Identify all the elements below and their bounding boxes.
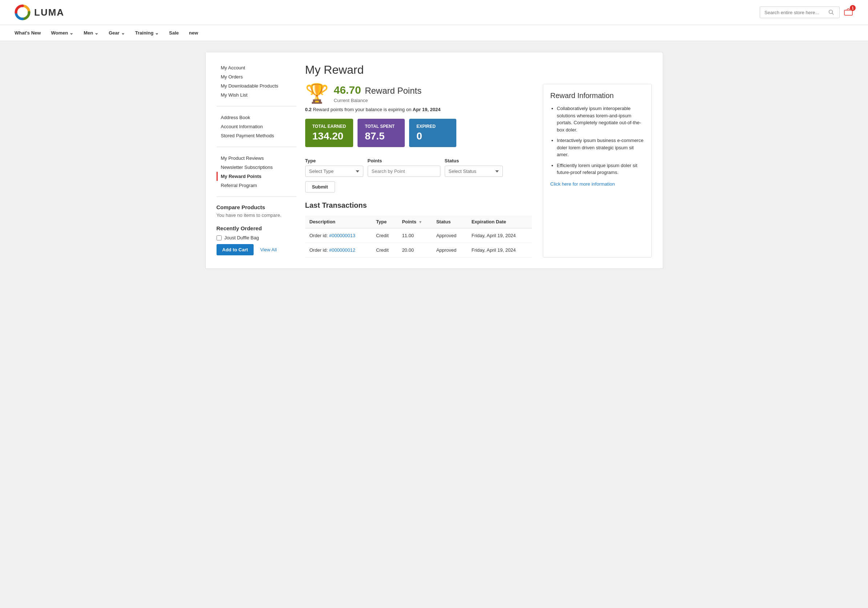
filter-submit-col: Submit xyxy=(305,181,335,192)
row2-order-link[interactable]: #000000012 xyxy=(329,248,355,253)
col-description: Description xyxy=(305,215,372,229)
filter-points-col: Points xyxy=(368,158,440,177)
nav-training[interactable]: Training ⌄ xyxy=(135,30,159,36)
main-content: My Reward 🏆 46.70 Reward Points Current … xyxy=(305,63,652,257)
balance-section: 🏆 46.70 Reward Points Current Balance xyxy=(305,84,532,103)
search-input[interactable] xyxy=(764,10,826,15)
expiry-notice: 0.2 Reward points from your balance is e… xyxy=(305,107,532,112)
view-all-link[interactable]: View All xyxy=(260,247,276,252)
nav-whats-new[interactable]: What's New xyxy=(14,30,41,36)
sidebar-account-group: My Account My Orders My Downloadable Pro… xyxy=(217,63,296,107)
svg-rect-3 xyxy=(845,10,852,15)
main-nav: What's New Women ⌄ Men ⌄ Gear ⌄ Training… xyxy=(0,25,868,41)
reward-info-panel: Reward Information Collaboratively ipsum… xyxy=(543,84,652,257)
nav-sale[interactable]: Sale xyxy=(169,30,179,36)
balance-points: 46.70 xyxy=(334,84,361,96)
nav-women[interactable]: Women ⌄ xyxy=(51,30,73,36)
content-main: 🏆 46.70 Reward Points Current Balance 0.… xyxy=(305,84,532,257)
main-wrapper: My Account My Orders My Downloadable Pro… xyxy=(205,52,663,269)
filter-type-col: Type Select Type xyxy=(305,158,363,177)
luma-logo-icon[interactable] xyxy=(14,5,31,20)
row1-order-prefix: Order id: xyxy=(310,233,329,238)
stat-card-earned: Total Earned 134.20 xyxy=(305,119,353,147)
row2-type: Credit xyxy=(372,243,398,257)
page-title: My Reward xyxy=(305,63,652,77)
recently-ordered-title: Recently Ordered xyxy=(217,225,296,231)
row1-type: Credit xyxy=(372,229,398,243)
sidebar-item-my-account[interactable]: My Account xyxy=(217,63,296,72)
table-row: Order id: #000000013 Credit 11.00 Approv… xyxy=(305,229,532,243)
table-row: Order id: #000000012 Credit 20.00 Approv… xyxy=(305,243,532,257)
reward-info-item-0: Collaboratively ipsum interoperable solu… xyxy=(557,105,644,133)
chevron-down-icon: ⌄ xyxy=(155,30,159,36)
sidebar-item-wish-list[interactable]: My Wish List xyxy=(217,90,296,99)
reward-info-link[interactable]: Click here for more information xyxy=(550,181,644,187)
filter-status-label: Status xyxy=(445,158,503,164)
logo-text: LUMA xyxy=(34,7,64,18)
balance-points-row: 46.70 Reward Points xyxy=(334,84,422,96)
nav-men[interactable]: Men ⌄ xyxy=(84,30,98,36)
row1-order-link[interactable]: #000000013 xyxy=(329,233,355,238)
content-right: 🏆 46.70 Reward Points Current Balance 0.… xyxy=(305,84,652,257)
svg-line-2 xyxy=(832,14,834,15)
chevron-down-icon: ⌄ xyxy=(121,30,125,36)
search-icon[interactable] xyxy=(828,9,834,15)
filter-status-col: Status Select Status xyxy=(445,158,503,177)
row2-points: 20.00 xyxy=(397,243,432,257)
nav-gear[interactable]: Gear ⌄ xyxy=(108,30,125,36)
sidebar-address-group: Address Book Account Information Stored … xyxy=(217,113,296,147)
sidebar-item-reward-points[interactable]: My Reward Points xyxy=(217,172,296,181)
reward-info-list: Collaboratively ipsum interoperable solu… xyxy=(550,105,644,176)
filter-status-select[interactable]: Select Status xyxy=(445,166,503,177)
nav-new[interactable]: new xyxy=(189,30,198,36)
sidebar-item-my-orders[interactable]: My Orders xyxy=(217,72,296,81)
sidebar-item-newsletter[interactable]: Newsletter Subscriptions xyxy=(217,163,296,172)
row2-order-prefix: Order id: xyxy=(310,248,329,253)
stat-card-spent: Total Spent 87.5 xyxy=(358,119,405,147)
stat-earned-value: 134.20 xyxy=(313,130,346,142)
expiry-date: Apr 19, 2024 xyxy=(413,107,441,112)
filter-row: Type Select Type Points Status xyxy=(305,158,532,192)
recently-item-checkbox[interactable] xyxy=(217,235,222,240)
col-points: Points ▾ xyxy=(397,215,432,229)
stat-earned-label: Total Earned xyxy=(313,124,346,129)
filter-submit-button[interactable]: Submit xyxy=(305,181,335,192)
sidebar-reviews-group: My Product Reviews Newsletter Subscripti… xyxy=(217,154,296,197)
stat-spent-label: Total Spent xyxy=(365,124,397,129)
sidebar-item-account-info[interactable]: Account Information xyxy=(217,122,296,131)
sidebar-item-product-reviews[interactable]: My Product Reviews xyxy=(217,154,296,163)
sidebar: My Account My Orders My Downloadable Pro… xyxy=(217,63,296,257)
balance-label: Reward Points xyxy=(362,86,422,96)
sidebar-item-referral[interactable]: Referral Program xyxy=(217,181,296,190)
add-to-cart-button[interactable]: Add to Cart xyxy=(217,244,254,255)
sidebar-item-downloadable-products[interactable]: My Downloadable Products xyxy=(217,81,296,90)
points-sort-icon[interactable]: ▾ xyxy=(419,220,422,224)
row2-description: Order id: #000000012 xyxy=(305,243,372,257)
stats-row: Total Earned 134.20 Total Spent 87.5 Exp… xyxy=(305,119,532,147)
search-box[interactable] xyxy=(760,6,840,18)
stat-card-expired: Expired 0 xyxy=(409,119,456,147)
recently-item-label: Joust Duffle Bag xyxy=(225,235,259,240)
cart-icon-wrap[interactable]: 1 xyxy=(843,7,854,17)
trophy-icon: 🏆 xyxy=(305,84,329,103)
col-type: Type xyxy=(372,215,398,229)
expiry-points: 0.2 xyxy=(305,107,312,112)
balance-details: 46.70 Reward Points Current Balance xyxy=(334,84,422,103)
chevron-down-icon: ⌄ xyxy=(70,30,73,36)
row1-description: Order id: #000000013 xyxy=(305,229,372,243)
transactions-table: Description Type Points ▾ Status Expirat… xyxy=(305,215,532,257)
filter-type-label: Type xyxy=(305,158,363,164)
row1-status: Approved xyxy=(432,229,467,243)
compare-empty: You have no items to compare. xyxy=(217,212,296,218)
sidebar-item-address-book[interactable]: Address Book xyxy=(217,113,296,122)
recently-actions: Add to Cart View All xyxy=(217,244,296,255)
filter-type-select[interactable]: Select Type xyxy=(305,166,363,177)
col-expiration: Expiration Date xyxy=(467,215,532,229)
reward-info-item-1: Interactively ipsum business e-commerce … xyxy=(557,137,644,158)
recently-ordered-item: Joust Duffle Bag xyxy=(217,235,296,240)
stat-expired-value: 0 xyxy=(416,130,449,142)
recently-ordered-section: Recently Ordered Joust Duffle Bag Add to… xyxy=(217,225,296,255)
sidebar-item-stored-payment[interactable]: Stored Payment Methods xyxy=(217,131,296,140)
filter-points-input[interactable] xyxy=(368,166,440,177)
transactions-title: Last Transactions xyxy=(305,201,532,210)
